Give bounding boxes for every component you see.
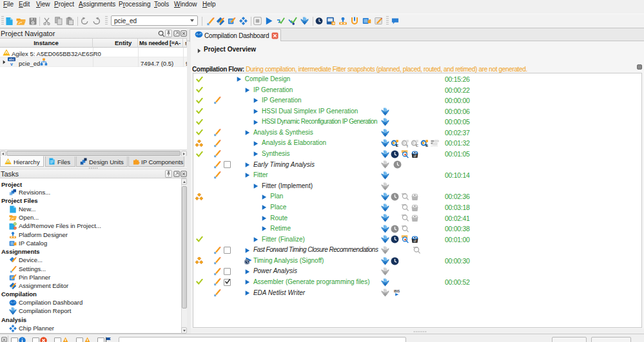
svg-text:of: of	[413, 239, 416, 243]
svg-text:E: E	[396, 144, 398, 148]
svg-text:S: S	[425, 144, 428, 148]
svg-text:IBIS: IBIS	[394, 290, 400, 293]
svg-text:abc: abc	[9, 57, 15, 61]
svg-text:of: of	[413, 154, 416, 158]
svg-text:v: v	[10, 62, 13, 66]
svg-text:j: j	[406, 144, 408, 148]
svg-text:C: C	[416, 144, 419, 148]
